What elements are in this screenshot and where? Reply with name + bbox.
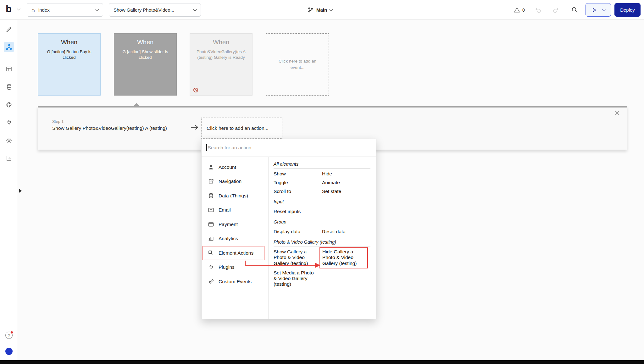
add-action-placeholder: Click here to add an action... [207, 125, 268, 131]
warning-icon [514, 7, 520, 13]
home-icon: ⌂ [31, 7, 35, 13]
workflow-selector-dropdown[interactable]: Show Gallery Photo&Video... [109, 3, 201, 17]
navigation-icon [208, 178, 214, 185]
action-item-set-media[interactable]: Set Media a Photo & Video Gallery (testi… [274, 268, 322, 289]
layout-icon [6, 66, 12, 72]
event-card-selected[interactable]: When G [action] Show slider is clicked [114, 33, 177, 96]
account-icon [208, 164, 214, 171]
category-label: Element Actions [219, 250, 253, 256]
category-label: Account [219, 164, 236, 170]
branch-icon [308, 7, 314, 13]
sidebar-item-logs[interactable] [4, 153, 14, 163]
database-icon [208, 192, 214, 199]
database-icon [6, 84, 12, 90]
page-selector-dropdown[interactable]: ⌂ index [27, 3, 103, 17]
search-button[interactable] [571, 6, 578, 13]
section-photo-video-gallery: Photo & Video Gallery (testing) Show Gal… [274, 238, 370, 291]
action-category-account[interactable]: Account [202, 160, 268, 174]
sidebar-item-workflow[interactable] [4, 42, 14, 52]
action-item-animate[interactable]: Animate [322, 178, 370, 187]
email-icon [208, 207, 214, 213]
section-header: All elements [274, 160, 370, 168]
section-all-elements: All elements Show Hide Toggle Animate Sc… [274, 160, 370, 198]
add-event-card[interactable]: Click here to add an event... [266, 33, 329, 96]
chart-icon [6, 155, 12, 162]
action-item-hide-gallery[interactable]: Hide Gallery a Photo & Video Gallery (te… [319, 247, 368, 268]
chevron-down-icon [193, 8, 197, 11]
panel-expand-handle[interactable] [19, 189, 22, 193]
bubble-logo[interactable]: b [6, 3, 12, 15]
prohibited-icon [193, 88, 198, 92]
event-card-disabled[interactable]: When Photo&VideoGallery(tes A (testing) … [190, 33, 253, 96]
add-event-placeholder: Click here to add an event... [277, 58, 318, 71]
action-item-show[interactable]: Show [274, 169, 322, 178]
preview-button[interactable] [586, 3, 611, 17]
event-description: Photo&VideoGallery(tes A (testing) Galle… [194, 49, 248, 60]
text-cursor [206, 144, 207, 151]
action-category-analytics[interactable]: Analytics [202, 232, 268, 246]
pencil-icon [6, 26, 12, 33]
redo-button[interactable] [552, 6, 559, 14]
element-actions-icon [208, 250, 214, 256]
logo-menu-chevron-icon[interactable] [17, 7, 20, 10]
chevron-down-icon [602, 8, 605, 11]
action-category-email[interactable]: Email [202, 203, 268, 218]
search-placeholder: Search for an action... [208, 145, 256, 151]
action-list-panel: All elements Show Hide Toggle Animate Sc… [269, 157, 376, 319]
sidebar-item-styles[interactable] [4, 100, 14, 110]
action-menu-body: Account Navigation Data (Things) [202, 157, 376, 319]
action-item-reset-inputs[interactable]: Reset inputs [274, 207, 322, 216]
plug-icon [208, 264, 214, 271]
action-search-input[interactable]: Search for an action... [202, 139, 376, 157]
sidebar-item-pages[interactable] [4, 64, 14, 74]
section-header: Photo & Video Gallery (testing) [274, 238, 370, 246]
action-category-payment[interactable]: Payment [202, 217, 268, 232]
action-category-navigation[interactable]: Navigation [202, 174, 268, 189]
category-label: Analytics [219, 236, 238, 241]
action-category-data[interactable]: Data (Things) [202, 189, 268, 203]
category-label: Custom Events [219, 279, 252, 284]
analytics-icon [208, 235, 214, 242]
action-category-plugins[interactable]: Plugins [202, 260, 268, 275]
deploy-button[interactable]: Deploy [614, 3, 641, 17]
event-title: When [194, 39, 248, 46]
page-selector-value: index [38, 7, 92, 13]
branch-selector[interactable]: Main [308, 0, 332, 20]
action-item-reset-data[interactable]: Reset data [322, 227, 370, 236]
workflow-icon [6, 44, 13, 51]
action-item-show-gallery[interactable]: Show Gallery a Photo & Video Gallery (te… [274, 247, 322, 268]
action-item-scroll-to[interactable]: Scroll to [274, 187, 322, 196]
action-item-toggle[interactable]: Toggle [274, 178, 322, 187]
event-description: G [action] Show slider is clicked [118, 49, 173, 60]
gears-icon [208, 278, 214, 285]
sidebar-item-settings[interactable] [4, 135, 14, 146]
section-input: Input Reset inputs [274, 198, 370, 218]
chevron-down-icon [330, 8, 333, 11]
help-button[interactable]: ? [5, 332, 13, 339]
avatar[interactable] [5, 348, 13, 355]
add-action-box[interactable]: Click here to add an action... [201, 118, 282, 139]
close-panel-button[interactable] [615, 111, 619, 115]
category-label: Data (Things) [219, 193, 248, 199]
undo-button[interactable] [535, 6, 542, 14]
sidebar-item-design[interactable] [4, 24, 14, 35]
step-title[interactable]: Show Gallery Photo&VideoGallery(testing)… [52, 125, 167, 131]
sidebar-item-plugins[interactable] [4, 117, 14, 128]
branch-name: Main [316, 7, 327, 13]
event-description: G [action] Button Buy is clicked [42, 49, 97, 60]
action-category-custom-events[interactable]: Custom Events [202, 274, 268, 289]
sidebar-item-data[interactable] [4, 82, 14, 92]
issues-count: 0 [522, 8, 525, 13]
action-item-hide[interactable]: Hide [322, 169, 370, 178]
action-item-display-data[interactable]: Display data [274, 227, 322, 236]
issues-indicator[interactable]: 0 [514, 0, 525, 20]
event-card[interactable]: When G [action] Button Buy is clicked [38, 33, 101, 96]
action-category-element-actions[interactable]: Element Actions [203, 246, 264, 260]
bottom-black-bar [0, 360, 644, 364]
action-item-set-state[interactable]: Set state [322, 187, 370, 196]
question-icon: ? [8, 333, 10, 338]
plug-icon [6, 119, 12, 126]
section-header: Group [274, 218, 370, 226]
category-label: Navigation [219, 179, 242, 184]
category-label: Plugins [219, 264, 235, 270]
